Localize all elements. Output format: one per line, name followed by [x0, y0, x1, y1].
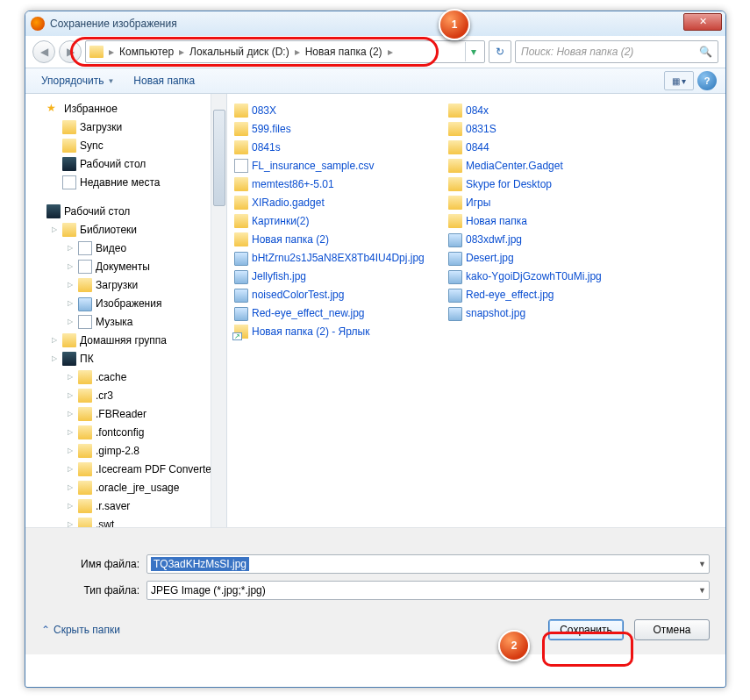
folder-icon: [234, 104, 248, 118]
window-title: Сохранение изображения: [50, 18, 177, 30]
list-item[interactable]: 0831S: [448, 119, 646, 138]
form-area: Имя файла: TQ3adKHzMsSI.jpg ▼ Тип файла:…: [25, 527, 725, 654]
search-placeholder: Поиск: Новая папка (2): [521, 46, 633, 58]
list-item[interactable]: Игры: [448, 193, 646, 211]
nav-back-button[interactable]: ◀: [32, 40, 55, 63]
folder-icon: [234, 232, 248, 246]
folder-icon: [78, 444, 92, 458]
folder-icon: [78, 278, 92, 292]
tree-item[interactable]: .cr3: [27, 386, 226, 404]
new-folder-button[interactable]: Новая папка: [126, 72, 202, 89]
save-button[interactable]: Сохранить: [548, 619, 624, 640]
list-item[interactable]: snapshot.jpg: [448, 304, 646, 322]
file-icon: [78, 260, 92, 274]
img-icon: [448, 252, 462, 266]
address-bar[interactable]: ▸ Компьютер ▸ Локальный диск (D:) ▸ Нова…: [85, 40, 485, 63]
tree-item[interactable]: .oracle_jre_usage: [27, 478, 226, 496]
cancel-button[interactable]: Отмена: [634, 619, 710, 640]
list-item[interactable]: MediaCenter.Gadget: [448, 156, 646, 175]
list-item[interactable]: XIRadio.gadget: [234, 193, 432, 211]
list-item[interactable]: 084x: [448, 101, 646, 119]
nav-forward-button[interactable]: ▶: [59, 40, 82, 63]
breadcrumb-item[interactable]: Локальный диск (D:): [186, 46, 293, 58]
filetype-select[interactable]: JPEG Image (*.jpg;*.jpg) ▼: [146, 581, 710, 600]
tree-item[interactable]: .cache: [27, 368, 226, 386]
list-item[interactable]: Новая папка (2) - Ярлык: [234, 322, 432, 340]
list-item[interactable]: FL_insurance_sample.csv: [234, 156, 432, 175]
tree-item[interactable]: .fontconfig: [27, 423, 226, 441]
folder-icon: [234, 196, 248, 210]
hide-folders-link[interactable]: ⌃ Скрыть папки: [41, 624, 120, 636]
view-mode-button[interactable]: ▦ ▾: [664, 71, 694, 90]
tree-item[interactable]: .r.saver: [27, 496, 226, 515]
tree-desktop[interactable]: Рабочий стол: [27, 202, 226, 220]
tree-item[interactable]: .gimp-2.8: [27, 441, 226, 460]
filetype-label: Тип файла:: [41, 584, 146, 596]
tree-item[interactable]: Изображения: [27, 294, 226, 312]
tree-favorites[interactable]: ★Избранное: [27, 99, 226, 118]
file-icon: [234, 159, 248, 173]
tree-pc[interactable]: ПК: [27, 349, 226, 368]
tree-scrollbar[interactable]: [211, 94, 226, 527]
list-item[interactable]: Новая папка: [448, 211, 646, 230]
list-item[interactable]: Desert.jpg: [448, 248, 646, 267]
list-item[interactable]: Новая папка (2): [234, 230, 432, 248]
img-icon: [234, 307, 248, 321]
organize-button[interactable]: Упорядочить ▼: [34, 72, 121, 89]
tree-homegroup[interactable]: Домашняя группа: [27, 331, 226, 349]
tree-item[interactable]: Музыка: [27, 312, 226, 331]
folder-icon: [62, 139, 76, 153]
folder-icon: [448, 214, 462, 228]
chevron-up-icon: ⌃: [41, 624, 50, 636]
list-item[interactable]: Red-eye_effect_new.jpg: [234, 304, 432, 322]
list-item[interactable]: Картинки(2): [234, 211, 432, 230]
file-icon: [78, 241, 92, 255]
mon-icon: [46, 204, 61, 218]
tree-item[interactable]: Sync: [27, 136, 226, 154]
folder-icon: [448, 159, 462, 173]
refresh-button[interactable]: ↻: [489, 40, 511, 63]
list-item[interactable]: Skype for Desktop: [448, 175, 646, 193]
file-icon: [78, 315, 92, 329]
titlebar: Сохранение изображения ✕: [25, 11, 725, 36]
list-item[interactable]: noisedColorTest.jpg: [234, 285, 432, 304]
list-item[interactable]: kako-YgoiDjGzowhT0uMi.jpg: [448, 267, 646, 285]
list-item[interactable]: 083xdwf.jpg: [448, 230, 646, 248]
breadcrumb-dropdown[interactable]: ▾: [465, 42, 481, 61]
tree-item[interactable]: Недавние места: [27, 173, 226, 191]
filename-input[interactable]: TQ3adKHzMsSI.jpg ▼: [146, 554, 710, 574]
close-button[interactable]: ✕: [683, 13, 722, 31]
img-icon: [234, 252, 248, 266]
folder-icon: [78, 425, 92, 439]
tree-item[interactable]: Загрузки: [27, 275, 226, 294]
filetype-value: JPEG Image (*.jpg;*.jpg): [151, 584, 266, 596]
tree-item[interactable]: Рабочий стол: [27, 154, 226, 173]
list-item[interactable]: 599.files: [234, 119, 432, 138]
breadcrumb-item[interactable]: Новая папка (2): [302, 46, 386, 58]
list-item[interactable]: bHtZrnu2s1J5aN8EX8Tb4IU4Dpj.jpg: [234, 248, 432, 267]
tree-item[interactable]: .Icecream PDF Converter: [27, 460, 226, 478]
folder-icon: [234, 177, 248, 191]
list-item[interactable]: Red-eye_effect.jpg: [448, 285, 646, 304]
tree-item[interactable]: Загрузки: [27, 118, 226, 136]
folder-icon: [234, 214, 248, 228]
nav-row: ◀ ▶ ▸ Компьютер ▸ Локальный диск (D:) ▸ …: [25, 36, 725, 68]
tree-item[interactable]: .FBReader: [27, 404, 226, 423]
list-item[interactable]: 0841s: [234, 138, 432, 156]
tree-item[interactable]: Документы: [27, 257, 226, 275]
list-item[interactable]: 083X: [234, 101, 432, 119]
folder-icon: [448, 140, 462, 154]
tree-libraries[interactable]: Библиотеки: [27, 220, 226, 239]
list-item[interactable]: 0844: [448, 138, 646, 156]
search-input[interactable]: Поиск: Новая папка (2) 🔍: [515, 40, 718, 63]
folder-icon: [78, 499, 92, 513]
tree-item[interactable]: Видео: [27, 239, 226, 257]
folder-icon: [448, 177, 462, 191]
breadcrumb-item[interactable]: Компьютер: [116, 46, 177, 58]
list-item[interactable]: memtest86+-5.01: [234, 175, 432, 193]
help-button[interactable]: ?: [697, 71, 717, 90]
list-item[interactable]: Jellyfish.jpg: [234, 267, 432, 285]
tree-item[interactable]: .swt: [27, 515, 226, 527]
mon-icon: [62, 157, 76, 171]
img-icon: [448, 289, 462, 303]
